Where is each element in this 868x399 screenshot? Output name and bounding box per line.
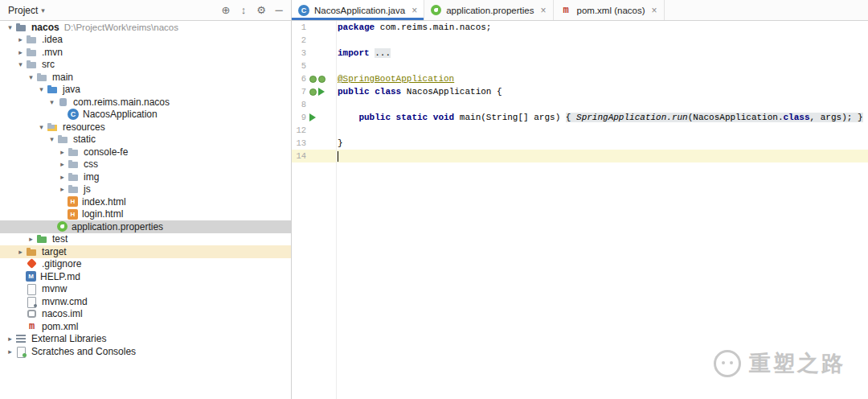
tree-item-external-libraries[interactable]: ▸External Libraries	[0, 333, 291, 346]
tree-item-idea[interactable]: ▸.idea	[0, 34, 291, 47]
code-text[interactable]: public static void main(String[] args) {…	[327, 111, 863, 124]
tree-item-login-html[interactable]: Hlogin.html	[0, 208, 291, 221]
line-number: 5	[292, 61, 306, 71]
code-line-6[interactable]: 6@SpringBootApplication	[292, 72, 868, 85]
code-text[interactable]: }	[327, 137, 343, 150]
chevron-collapsed-icon[interactable]: ▸	[15, 248, 26, 256]
tree-item-nacosapplication[interactable]: CNacosApplication	[0, 109, 291, 121]
spring-leaf-icon	[431, 5, 441, 15]
tree-item-target[interactable]: ▸target	[0, 245, 291, 258]
folder-icon	[68, 171, 80, 183]
collapse-all-icon[interactable]: ↕	[235, 0, 252, 21]
chevron-collapsed-icon[interactable]: ▸	[15, 48, 26, 56]
panel-title[interactable]: Project	[8, 5, 38, 16]
chevron-expanded-icon[interactable]: ▾	[15, 60, 26, 68]
tab-label: NacosApplication.java	[314, 6, 405, 15]
tree-item-gitignore[interactable]: .gitignore	[0, 258, 291, 271]
line-number: 7	[292, 87, 306, 97]
tree-item-index-html[interactable]: Hindex.html	[0, 195, 291, 208]
code-line-12[interactable]: 12	[292, 124, 868, 137]
tree-item-nacos-iml[interactable]: nacos.iml	[0, 308, 291, 321]
chevron-collapsed-icon[interactable]: ▸	[26, 235, 36, 243]
tree-item-resources[interactable]: ▾resources	[0, 121, 291, 134]
code-text[interactable]: public class NacosApplication {	[327, 85, 502, 98]
folder-icon	[68, 158, 80, 170]
text-caret-icon	[338, 151, 338, 162]
chevron-expanded-icon[interactable]: ▾	[36, 85, 47, 93]
editor-tab-pom-xml-nacos[interactable]: mpom.xml (nacos)×	[554, 0, 665, 20]
code-text[interactable]: @SpringBootApplication	[327, 72, 454, 85]
code-line-2[interactable]: 2	[292, 34, 868, 47]
code-line-13[interactable]: 13}	[292, 137, 868, 150]
folder-icon	[68, 183, 80, 195]
tree-item-help-md[interactable]: MHELP.md	[0, 270, 291, 283]
gutter-separator	[336, 21, 337, 399]
tree-item-mvnw-cmd[interactable]: mvnw.cmd	[0, 295, 291, 308]
tree-item-css[interactable]: ▸css	[0, 158, 291, 171]
tree-item-label: .mvn	[42, 47, 63, 58]
tree-item-pom-xml[interactable]: mpom.xml	[0, 320, 291, 333]
tree-item-mvn[interactable]: ▸.mvn	[0, 46, 291, 59]
spring-bean-icon[interactable]	[309, 88, 317, 96]
chevron-expanded-icon[interactable]: ▾	[36, 123, 47, 131]
chevron-collapsed-icon[interactable]: ▸	[15, 35, 26, 43]
spring-bean-icon[interactable]	[309, 76, 317, 83]
tree-item-label: img	[84, 171, 99, 183]
tree-item-label: application.properties	[72, 221, 163, 232]
run-icon[interactable]	[309, 113, 316, 121]
project-panel: ▾nacosD:\ProjectWork\reims\nacos▸.idea▸.…	[0, 21, 292, 399]
tree-item-application-properties[interactable]: application.properties	[0, 220, 291, 233]
code-line-14[interactable]: 14	[292, 150, 868, 162]
close-tab-icon[interactable]: ×	[411, 5, 417, 16]
chevron-expanded-icon[interactable]: ▾	[47, 98, 57, 106]
hide-panel-icon[interactable]: ─	[270, 0, 288, 21]
editor-tab-nacosapplication-java[interactable]: CNacosApplication.java×	[292, 0, 424, 20]
chevron-collapsed-icon[interactable]: ▸	[57, 173, 68, 181]
chevron-collapsed-icon[interactable]: ▸	[57, 148, 68, 156]
tree-item-static[interactable]: ▾static	[0, 134, 291, 146]
tree-item-nacos[interactable]: ▾nacosD:\ProjectWork\reims\nacos	[0, 21, 291, 34]
gutter	[306, 76, 327, 83]
close-tab-icon[interactable]: ×	[652, 5, 657, 16]
editor[interactable]: 1package com.reims.main.nacos;23import .…	[292, 21, 868, 399]
tree-item-mvnw[interactable]: mvnw	[0, 283, 291, 296]
tree-item-label: Scratches and Consoles	[31, 346, 136, 357]
tree-item-scratches-and-consoles[interactable]: ▸Scratches and Consoles	[0, 345, 291, 358]
chevron-expanded-icon[interactable]: ▾	[26, 73, 36, 81]
chevron-expanded-icon[interactable]: ▾	[47, 135, 57, 143]
chevron-collapsed-icon[interactable]: ▸	[5, 348, 15, 356]
tree-item-com-reims-main-nacos[interactable]: ▾com.reims.main.nacos	[0, 96, 291, 109]
close-tab-icon[interactable]: ×	[541, 5, 547, 16]
tree-item-test[interactable]: ▸test	[0, 233, 291, 246]
tree-item-java[interactable]: ▾java	[0, 84, 291, 97]
maven-icon: m	[26, 321, 38, 332]
code-line-3[interactable]: 3import ...	[292, 47, 868, 60]
settings-gear-icon[interactable]: ⚙	[252, 0, 270, 21]
tree-item-label: .gitignore	[42, 258, 81, 269]
editor-tab-application-properties[interactable]: application.properties×	[424, 0, 553, 20]
code-line-7[interactable]: 7public class NacosApplication {	[292, 85, 868, 98]
chevron-collapsed-icon[interactable]: ▸	[5, 335, 15, 343]
chevron-expanded-icon[interactable]: ▾	[5, 23, 15, 31]
code-line-1[interactable]: 1package com.reims.main.nacos;	[292, 21, 868, 34]
tree-item-img[interactable]: ▸img	[0, 171, 291, 183]
chevron-collapsed-icon[interactable]: ▸	[57, 185, 68, 193]
tree-item-console-fe[interactable]: ▸console-fe	[0, 146, 291, 158]
spring-bean-icon[interactable]	[318, 76, 326, 83]
tree-item-main[interactable]: ▾main	[0, 71, 291, 84]
tree-item-label: .idea	[42, 34, 63, 45]
code-text[interactable]: package com.reims.main.nacos;	[327, 21, 491, 34]
tree-item-label: com.reims.main.nacos	[73, 97, 170, 108]
run-icon[interactable]	[318, 88, 325, 96]
chevron-collapsed-icon[interactable]: ▸	[57, 160, 68, 168]
java-class-icon: C	[68, 109, 79, 120]
code-line-5[interactable]: 5	[292, 60, 868, 72]
code-line-9[interactable]: 9 public static void main(String[] args)…	[292, 111, 868, 124]
code-line-8[interactable]: 8	[292, 98, 868, 111]
tree-item-js[interactable]: ▸js	[0, 183, 291, 196]
tree-item-label: mvnw	[42, 283, 67, 294]
locate-icon[interactable]: ⊕	[217, 0, 235, 21]
tree-item-label: nacos	[31, 22, 59, 33]
tree-item-src[interactable]: ▾src	[0, 59, 291, 72]
project-panel-header: Project ▾ ⊕↕⚙─	[0, 0, 292, 20]
